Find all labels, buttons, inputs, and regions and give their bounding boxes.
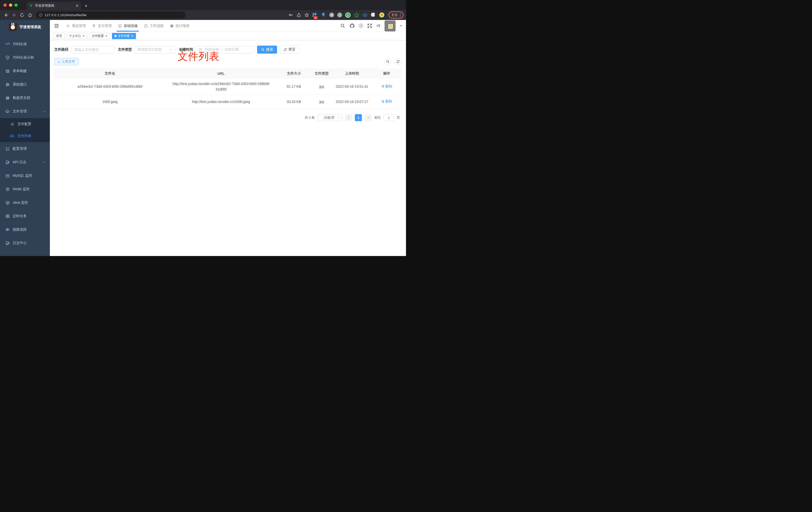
page-size-select[interactable]: 10条/页 — [317, 114, 342, 121]
top-menu-label: 基础设施 — [124, 24, 138, 28]
close-icon[interactable]: ✕ — [82, 34, 85, 38]
sidebar-item-scheduled-tasks[interactable]: 定时任务 — [0, 209, 50, 223]
tag-file-config[interactable]: 文件配置 ✕ — [89, 33, 110, 39]
sidebar-item-system-api[interactable]: 系统接口 — [0, 78, 50, 91]
sidebar-collapse-icon[interactable] — [50, 20, 63, 32]
form-icon — [5, 69, 10, 73]
tag-file-list[interactable]: 文件列表 ✕ — [112, 33, 136, 39]
tag-profile[interactable]: 个人中心 ✕ — [66, 33, 87, 39]
extension-eye-icon[interactable] — [362, 12, 368, 18]
file-table: 文件名 URL 文件大小 文件类型 上传时间 操作 a294ecb2-73dd-… — [54, 68, 402, 109]
chevron-down-icon — [338, 116, 340, 119]
close-icon[interactable]: ✕ — [131, 34, 134, 38]
reload-icon[interactable] — [19, 11, 25, 19]
extension-y-icon[interactable]: y — [345, 12, 351, 18]
end-date-placeholder[interactable]: 结束日期 — [225, 48, 239, 52]
tab-strip: 芋道管理系统 ✕ + — [0, 0, 406, 10]
password-key-icon[interactable] — [288, 12, 293, 18]
cell-filename: a294ecb2-73dd-4353-bf40-296b8931d0bf — [54, 85, 165, 89]
browser-tab[interactable]: 芋道管理系统 ✕ — [27, 1, 81, 10]
monitor-check-icon — [118, 24, 122, 28]
close-window-button[interactable] — [3, 3, 7, 7]
sidebar-item-form-builder[interactable]: 表单构建 — [0, 64, 50, 78]
chevron-left-icon — [347, 116, 350, 119]
minimize-window-button[interactable] — [9, 3, 12, 7]
sidebar-item-label: 数据库文档 — [13, 96, 30, 100]
extension-green-dot-icon[interactable] — [337, 12, 342, 18]
sidebar-item-file-config[interactable]: 文件配置 — [0, 118, 50, 130]
sidebar-item-code-generation[interactable]: </> 代码生成 — [0, 37, 50, 51]
home-icon[interactable] — [26, 11, 33, 19]
sidebar-item-db-doc[interactable]: 数据库文档 — [0, 91, 50, 105]
sidebar-item-api-log[interactable]: API 日志 — [0, 155, 50, 169]
forward-icon[interactable] — [10, 11, 18, 19]
extension-star-icon[interactable] — [354, 12, 359, 18]
sidebar-item-mysql-monitor[interactable]: MySQL 监控 — [0, 169, 50, 182]
next-page-button[interactable] — [365, 114, 372, 121]
file-type-select[interactable]: 请选择文件类型 — [135, 46, 175, 54]
browser-update-button[interactable]: 更新 — [388, 11, 404, 19]
tab-close-icon[interactable]: ✕ — [76, 4, 79, 8]
url-bar[interactable]: 127.0.0.1:1024/infra/file/file — [36, 11, 185, 19]
fullscreen-icon[interactable] — [367, 24, 372, 28]
extension-command-icon[interactable] — [329, 12, 334, 18]
sidebar-item-file-management[interactable]: 文件管理 — [0, 105, 50, 118]
goto-label: 前往 — [374, 115, 381, 120]
delete-button[interactable]: 删除 — [381, 99, 392, 104]
top-menu-reports[interactable]: 统计报表 — [167, 20, 193, 32]
url-text[interactable]: 127.0.0.1:1024/infra/file/file — [45, 13, 87, 17]
delete-button[interactable]: 删除 — [381, 84, 392, 89]
sidebar-item-config-management[interactable]: 配置管理 — [0, 142, 50, 155]
traffic-lights — [0, 0, 21, 10]
font-size-icon[interactable]: TT — [377, 24, 380, 28]
share-icon[interactable] — [296, 12, 301, 18]
profile-emoji-avatar[interactable] — [379, 12, 384, 18]
github-icon[interactable] — [350, 24, 355, 28]
show-search-toggle-button[interactable] — [384, 58, 391, 65]
toolbar-right: 11 y — [288, 11, 404, 19]
trash-icon — [381, 100, 384, 103]
annotation-file-list: 文件列表 — [178, 50, 220, 63]
chevron-down-icon[interactable] — [400, 24, 403, 27]
chevron-right-icon — [367, 116, 370, 119]
delete-label: 删除 — [385, 99, 392, 104]
extension-balloon-icon[interactable] — [321, 12, 326, 18]
top-menu-infrastructure[interactable]: 基础设施 — [115, 20, 141, 32]
goto-page-input[interactable] — [383, 114, 394, 121]
help-icon[interactable]: ? — [359, 24, 363, 28]
sidebar-item-tracing[interactable]: 链路追踪 — [0, 223, 50, 236]
upload-file-button[interactable]: + 上传文件 — [54, 58, 79, 65]
back-icon[interactable] — [2, 11, 9, 19]
main-area: 系统管理 ¥ 支付管理 基础设施 工作流程 — [50, 20, 406, 256]
select-placeholder: 请选择文件类型 — [137, 48, 170, 52]
prev-page-button[interactable] — [345, 114, 352, 121]
qr-avatar[interactable] — [384, 21, 396, 31]
sliders-icon — [5, 82, 10, 87]
page-1-button[interactable]: 1 — [355, 114, 362, 121]
new-tab-button[interactable]: + — [85, 3, 88, 10]
yen-icon: ¥ — [92, 24, 96, 28]
bookmark-star-icon[interactable] — [304, 12, 309, 18]
file-path-input[interactable] — [71, 46, 114, 54]
sidebar-item-log-center[interactable]: 日志中心 — [0, 236, 50, 250]
extensions-puzzle-icon[interactable] — [371, 12, 376, 18]
top-menu-payment[interactable]: ¥ 支付管理 — [89, 20, 115, 32]
sidebar-item-redis-monitor[interactable]: Redis 监控 — [0, 182, 50, 196]
refresh-table-button[interactable] — [394, 58, 402, 65]
reset-button[interactable]: 重置 — [280, 46, 299, 54]
top-menu-system[interactable]: 系统管理 — [63, 20, 89, 32]
search-button[interactable]: 搜索 — [257, 46, 277, 54]
tag-home[interactable]: 首页 — [54, 33, 65, 39]
extension-tampermonkey-icon[interactable]: 11 — [312, 12, 318, 18]
sidebar-item-file-list[interactable]: 文件列表 — [0, 130, 50, 142]
zoom-window-button[interactable] — [14, 3, 18, 7]
sidebar-logo-row[interactable]: 芋道管理系统 — [0, 20, 50, 34]
shield-check-icon — [5, 55, 10, 60]
search-icon[interactable] — [340, 24, 345, 28]
close-icon[interactable]: ✕ — [105, 34, 108, 38]
site-info-icon[interactable] — [39, 13, 42, 17]
sidebar-item-code-example[interactable]: 代码生成示例 — [0, 51, 50, 64]
sidebar-item-java-monitor[interactable]: Java 监控 — [0, 196, 50, 209]
chart-line-icon — [5, 174, 10, 178]
top-menu-workflow[interactable]: 工作流程 — [141, 20, 167, 32]
